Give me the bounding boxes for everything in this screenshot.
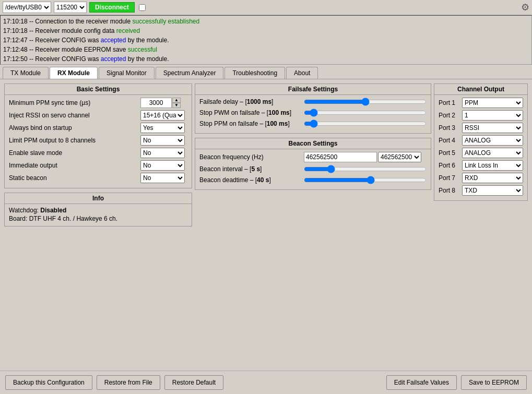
basic-settings-body: Minimum PPM sync time (µs) ▲ ▼ Inject RS… bbox=[5, 95, 192, 188]
port-row-5: Port 5 PPM1RSSIANALOGLink Loss InRXDTXD bbox=[439, 148, 523, 158]
board-value: DTF UHF 4 ch. / Hawkeye 6 ch. bbox=[29, 215, 117, 222]
left-panel: Basic Settings Minimum PPM sync time (µs… bbox=[4, 83, 192, 226]
failsafe-slider-3-wrap bbox=[304, 120, 427, 128]
port-label-1: Port 1 bbox=[439, 99, 462, 106]
bottom-bar: Backup this Configuration Restore from F… bbox=[0, 371, 532, 394]
label-bind: Always bind on startup bbox=[9, 124, 140, 132]
watchdog-label: Watchdog: bbox=[9, 207, 39, 214]
select-static-beacon[interactable]: No Yes bbox=[140, 173, 185, 183]
control-immediate: No Yes bbox=[140, 160, 187, 171]
setting-row-rssi: Inject RSSI on servo channel 15+16 (Qual bbox=[9, 110, 187, 121]
failsafe-body: Failsafe delay – [1000 ms] Stop PWM on f… bbox=[195, 95, 431, 133]
control-static-beacon: No Yes bbox=[140, 173, 187, 183]
select-immediate[interactable]: No Yes bbox=[140, 160, 185, 171]
label-slave: Enable slave mode bbox=[9, 149, 140, 157]
restore-button[interactable]: Restore from File bbox=[97, 375, 160, 390]
beacon-slider-deadtime[interactable] bbox=[304, 176, 427, 184]
main-content: Basic Settings Minimum PPM sync time (µs… bbox=[0, 79, 532, 231]
port-7-select[interactable]: PPM1RSSIANALOGLink Loss InRXDTXD bbox=[462, 173, 523, 183]
port-row-8: Port 8 PPM1RSSIANALOGLink Loss InRXDTXD bbox=[439, 185, 523, 196]
setting-row-slave: Enable slave mode No Yes bbox=[9, 148, 187, 158]
disconnect-button[interactable]: Disconnect bbox=[89, 2, 135, 13]
control-slave: No Yes bbox=[140, 148, 187, 158]
channel-output-body: Port 1 PPM1RSSIANALOGLink Loss InRXDTXD … bbox=[434, 95, 527, 200]
port-label-2: Port 2 bbox=[439, 112, 462, 119]
tab-about[interactable]: About bbox=[286, 67, 318, 79]
port-label-4: Port 4 bbox=[439, 137, 462, 144]
tab-spectrum-analyzer[interactable]: Spectrum Analyzer bbox=[156, 67, 224, 79]
beacon-slider-interval-wrap bbox=[304, 165, 427, 173]
basic-settings-panel: Basic Settings Minimum PPM sync time (µs… bbox=[4, 83, 192, 188]
failsafe-slider-2[interactable] bbox=[304, 109, 427, 117]
spinbox-ppm-sync-input[interactable] bbox=[140, 98, 172, 108]
beacon-row-deadtime: Beacon deadtime – [40 s] bbox=[199, 176, 427, 184]
failsafe-row-3: Stop PPM on failsafe – [100 ms] bbox=[199, 120, 427, 128]
eeprom-button[interactable]: Save to EEPROM bbox=[461, 375, 527, 390]
info-watchdog: Watchdog: Disabled bbox=[9, 207, 187, 214]
port-8-select[interactable]: PPM1RSSIANALOGLink Loss InRXDTXD bbox=[462, 185, 523, 196]
backup-button[interactable]: Backup this Configuration bbox=[5, 375, 92, 390]
port-1-select[interactable]: PPM1RSSIANALOGLink Loss InRXDTXD bbox=[462, 98, 523, 108]
failsafe-slider-1[interactable] bbox=[304, 98, 427, 106]
failsafe-button[interactable]: Edit Failsafe Values bbox=[386, 375, 457, 390]
failsafe-label-2: Stop PWM on failsafe – [100 ms] bbox=[199, 109, 304, 116]
beacon-freq-select[interactable]: 462562500 bbox=[378, 152, 421, 162]
port-6-select[interactable]: PPM1RSSIANALOGLink Loss InRXDTXD bbox=[462, 160, 523, 171]
port-select[interactable]: /dev/ttyUSB0 bbox=[3, 2, 51, 13]
port-4-select[interactable]: PPM1RSSIANALOGLink Loss InRXDTXD bbox=[462, 135, 523, 146]
port-3-select[interactable]: PPM1RSSIANALOGLink Loss InRXDTXD bbox=[462, 123, 523, 133]
spinbox-up-btn[interactable]: ▲ bbox=[172, 98, 181, 103]
select-bind[interactable]: Yes No bbox=[140, 123, 185, 133]
right-panel: Channel Output Port 1 PPM1RSSIANALOGLink… bbox=[434, 83, 528, 226]
port-label-3: Port 3 bbox=[439, 124, 462, 132]
failsafe-panel: Failsafe Settings Failsafe delay – [1000… bbox=[195, 83, 431, 134]
watchdog-value: Disabled bbox=[40, 207, 66, 214]
port-row-1: Port 1 PPM1RSSIANALOGLink Loss InRXDTXD bbox=[439, 98, 523, 108]
port-5-select[interactable]: PPM1RSSIANALOGLink Loss InRXDTXD bbox=[462, 148, 523, 158]
beacon-slider-deadtime-wrap bbox=[304, 176, 427, 184]
tab-content: Basic Settings Minimum PPM sync time (µs… bbox=[0, 79, 532, 231]
select-limit-ppm[interactable]: No Yes bbox=[140, 135, 185, 146]
beacon-slider-interval[interactable] bbox=[304, 165, 427, 173]
beacon-title: Beacon Settings bbox=[195, 138, 431, 149]
port-label-5: Port 5 bbox=[439, 149, 462, 157]
beacon-freq-input[interactable] bbox=[304, 152, 377, 162]
port-row-7: Port 7 PPM1RSSIANALOGLink Loss InRXDTXD bbox=[439, 173, 523, 183]
setting-row-ppm-sync: Minimum PPM sync time (µs) ▲ ▼ bbox=[9, 98, 187, 108]
control-limit-ppm: No Yes bbox=[140, 135, 187, 146]
tab-tx-module[interactable]: TX Module bbox=[3, 67, 49, 79]
beacon-panel: Beacon Settings Beacon frequency (Hz) 46… bbox=[195, 138, 431, 190]
board-label: Board: bbox=[9, 215, 27, 222]
log-line-1: 17:10:18 -- Connection to the receiver m… bbox=[3, 17, 529, 26]
failsafe-slider-3[interactable] bbox=[304, 120, 427, 128]
failsafe-slider-1-wrap bbox=[304, 98, 427, 106]
beacon-label-freq: Beacon frequency (Hz) bbox=[199, 153, 304, 161]
log-line-2: 17:10:18 -- Receiver module config data … bbox=[3, 26, 529, 35]
info-body: Watchdog: Disabled Board: DTF UHF 4 ch. … bbox=[5, 204, 192, 226]
setting-row-limit-ppm: Limit PPM output to 8 channels No Yes bbox=[9, 135, 187, 146]
default-button[interactable]: Restore Default bbox=[164, 375, 223, 390]
failsafe-label-3: Stop PPM on failsafe – [100 ms] bbox=[199, 120, 304, 127]
channel-output-panel: Channel Output Port 1 PPM1RSSIANALOGLink… bbox=[434, 83, 528, 201]
label-static-beacon: Static beacon bbox=[9, 174, 140, 182]
tab-signal-monitor[interactable]: Signal Monitor bbox=[99, 67, 155, 79]
beacon-row-freq: Beacon frequency (Hz) 462562500 bbox=[199, 152, 427, 162]
select-rssi[interactable]: 15+16 (Qual bbox=[140, 110, 185, 121]
port-row-6: Port 6 PPM1RSSIANALOGLink Loss InRXDTXD bbox=[439, 160, 523, 171]
beacon-row-interval: Beacon interval – [5 s] bbox=[199, 165, 427, 173]
tab-troubleshooting[interactable]: Troubleshooting bbox=[224, 67, 285, 79]
top-bar: /dev/ttyUSB0 115200 Disconnect ⚙ bbox=[0, 0, 532, 15]
info-panel: Info Watchdog: Disabled Board: DTF UHF 4… bbox=[4, 193, 192, 226]
startup-checkbox[interactable] bbox=[139, 4, 146, 11]
baud-select[interactable]: 115200 bbox=[54, 2, 87, 13]
gear-icon-button[interactable]: ⚙ bbox=[521, 2, 529, 13]
log-line-4: 17:12:48 -- Receiver module EEPROM save … bbox=[3, 45, 529, 54]
tab-rx-module[interactable]: RX Module bbox=[50, 67, 98, 79]
failsafe-title: Failsafe Settings bbox=[195, 84, 431, 95]
select-slave[interactable]: No Yes bbox=[140, 148, 185, 158]
spinbox-down-btn[interactable]: ▼ bbox=[172, 103, 181, 108]
port-label-6: Port 6 bbox=[439, 162, 462, 169]
basic-settings-title: Basic Settings bbox=[5, 84, 192, 95]
port-2-select[interactable]: PPM1RSSIANALOGLink Loss InRXDTXD bbox=[462, 110, 523, 121]
label-rssi: Inject RSSI on servo channel bbox=[9, 112, 140, 119]
